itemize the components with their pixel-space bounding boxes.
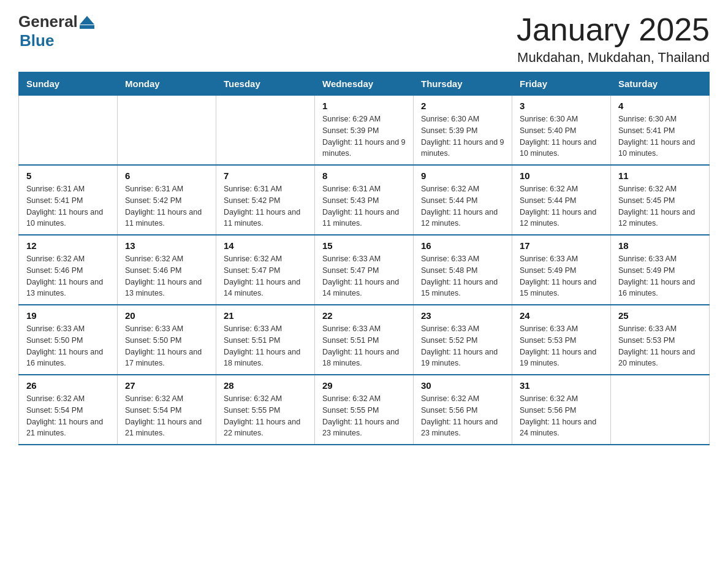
calendar-week-row: 19Sunrise: 6:33 AM Sunset: 5:50 PM Dayli… (19, 305, 710, 375)
logo-triangle-icon (80, 16, 94, 25)
logo: General Blue (18, 12, 94, 50)
day-number: 4 (618, 101, 702, 111)
day-info: Sunrise: 6:29 AM Sunset: 5:39 PM Dayligh… (322, 113, 406, 159)
day-info: Sunrise: 6:30 AM Sunset: 5:39 PM Dayligh… (421, 113, 504, 159)
calendar-day-header: Monday (118, 72, 216, 96)
day-info: Sunrise: 6:31 AM Sunset: 5:42 PM Dayligh… (224, 183, 307, 229)
calendar-day-cell: 11Sunrise: 6:32 AM Sunset: 5:45 PM Dayli… (611, 165, 710, 235)
day-number: 25 (618, 310, 702, 321)
calendar-day-cell: 7Sunrise: 6:31 AM Sunset: 5:42 PM Daylig… (216, 165, 315, 235)
day-info: Sunrise: 6:32 AM Sunset: 5:54 PM Dayligh… (26, 393, 110, 439)
calendar-week-row: 12Sunrise: 6:32 AM Sunset: 5:46 PM Dayli… (19, 235, 710, 305)
day-info: Sunrise: 6:32 AM Sunset: 5:55 PM Dayligh… (224, 393, 307, 439)
day-number: 30 (421, 380, 504, 391)
day-number: 26 (26, 380, 110, 391)
day-number: 21 (224, 310, 307, 321)
calendar-day-cell: 9Sunrise: 6:32 AM Sunset: 5:44 PM Daylig… (414, 165, 512, 235)
day-number: 18 (618, 240, 702, 251)
day-number: 10 (520, 170, 603, 181)
day-number: 7 (224, 170, 307, 181)
day-info: Sunrise: 6:32 AM Sunset: 5:47 PM Dayligh… (224, 253, 307, 299)
day-number: 5 (26, 170, 110, 181)
calendar-day-cell: 5Sunrise: 6:31 AM Sunset: 5:41 PM Daylig… (19, 165, 118, 235)
calendar-day-cell: 14Sunrise: 6:32 AM Sunset: 5:47 PM Dayli… (216, 235, 315, 305)
day-info: Sunrise: 6:32 AM Sunset: 5:56 PM Dayligh… (520, 393, 603, 439)
calendar-week-row: 5Sunrise: 6:31 AM Sunset: 5:41 PM Daylig… (19, 165, 710, 235)
calendar-day-cell: 28Sunrise: 6:32 AM Sunset: 5:55 PM Dayli… (216, 375, 315, 445)
title-section: January 2025 Mukdahan, Mukdahan, Thailan… (517, 12, 710, 66)
day-number: 11 (618, 170, 702, 181)
calendar-day-header: Sunday (19, 72, 118, 96)
day-number: 14 (224, 240, 307, 251)
day-info: Sunrise: 6:32 AM Sunset: 5:44 PM Dayligh… (520, 183, 603, 229)
calendar-day-cell: 31Sunrise: 6:32 AM Sunset: 5:56 PM Dayli… (512, 375, 611, 445)
day-number: 29 (322, 380, 406, 391)
calendar-day-cell: 25Sunrise: 6:33 AM Sunset: 5:53 PM Dayli… (611, 305, 710, 375)
day-number: 3 (520, 101, 603, 111)
day-info: Sunrise: 6:33 AM Sunset: 5:51 PM Dayligh… (224, 323, 307, 369)
day-number: 6 (125, 170, 208, 181)
page-title: January 2025 (517, 12, 710, 47)
calendar-day-cell: 6Sunrise: 6:31 AM Sunset: 5:42 PM Daylig… (118, 165, 216, 235)
calendar-day-cell (118, 96, 216, 166)
calendar-day-cell (611, 375, 710, 445)
calendar-day-cell: 27Sunrise: 6:32 AM Sunset: 5:54 PM Dayli… (118, 375, 216, 445)
calendar-day-header: Tuesday (216, 72, 315, 96)
day-info: Sunrise: 6:30 AM Sunset: 5:40 PM Dayligh… (520, 113, 603, 159)
calendar-day-cell: 30Sunrise: 6:32 AM Sunset: 5:56 PM Dayli… (414, 375, 512, 445)
calendar-day-cell: 8Sunrise: 6:31 AM Sunset: 5:43 PM Daylig… (315, 165, 414, 235)
calendar-day-cell: 18Sunrise: 6:33 AM Sunset: 5:49 PM Dayli… (611, 235, 710, 305)
calendar-day-cell: 16Sunrise: 6:33 AM Sunset: 5:48 PM Dayli… (414, 235, 512, 305)
calendar-day-cell: 4Sunrise: 6:30 AM Sunset: 5:41 PM Daylig… (611, 96, 710, 166)
day-info: Sunrise: 6:32 AM Sunset: 5:56 PM Dayligh… (421, 393, 504, 439)
calendar-day-cell: 10Sunrise: 6:32 AM Sunset: 5:44 PM Dayli… (512, 165, 611, 235)
day-number: 22 (322, 310, 406, 321)
calendar-day-cell: 13Sunrise: 6:32 AM Sunset: 5:46 PM Dayli… (118, 235, 216, 305)
logo-blue-text: Blue (20, 31, 54, 50)
day-info: Sunrise: 6:32 AM Sunset: 5:45 PM Dayligh… (618, 183, 702, 229)
page-header: General Blue January 2025 Mukdahan, Mukd… (18, 12, 710, 66)
calendar-day-header: Wednesday (315, 72, 414, 96)
calendar-header-row: SundayMondayTuesdayWednesdayThursdayFrid… (19, 72, 710, 96)
calendar-week-row: 26Sunrise: 6:32 AM Sunset: 5:54 PM Dayli… (19, 375, 710, 445)
day-number: 17 (520, 240, 603, 251)
calendar-day-cell: 17Sunrise: 6:33 AM Sunset: 5:49 PM Dayli… (512, 235, 611, 305)
calendar-day-cell: 20Sunrise: 6:33 AM Sunset: 5:50 PM Dayli… (118, 305, 216, 375)
day-info: Sunrise: 6:32 AM Sunset: 5:46 PM Dayligh… (26, 253, 110, 299)
calendar-day-cell: 29Sunrise: 6:32 AM Sunset: 5:55 PM Dayli… (315, 375, 414, 445)
day-number: 13 (125, 240, 208, 251)
calendar-day-cell: 1Sunrise: 6:29 AM Sunset: 5:39 PM Daylig… (315, 96, 414, 166)
calendar-day-cell: 22Sunrise: 6:33 AM Sunset: 5:51 PM Dayli… (315, 305, 414, 375)
day-number: 2 (421, 101, 504, 111)
day-info: Sunrise: 6:32 AM Sunset: 5:44 PM Dayligh… (421, 183, 504, 229)
day-number: 15 (322, 240, 406, 251)
day-number: 27 (125, 380, 208, 391)
day-info: Sunrise: 6:33 AM Sunset: 5:50 PM Dayligh… (125, 323, 208, 369)
day-number: 8 (322, 170, 406, 181)
day-info: Sunrise: 6:33 AM Sunset: 5:49 PM Dayligh… (520, 253, 603, 299)
day-number: 19 (26, 310, 110, 321)
calendar-week-row: 1Sunrise: 6:29 AM Sunset: 5:39 PM Daylig… (19, 96, 710, 166)
day-info: Sunrise: 6:33 AM Sunset: 5:48 PM Dayligh… (421, 253, 504, 299)
calendar-day-cell (216, 96, 315, 166)
day-info: Sunrise: 6:33 AM Sunset: 5:49 PM Dayligh… (618, 253, 702, 299)
calendar-day-cell: 12Sunrise: 6:32 AM Sunset: 5:46 PM Dayli… (19, 235, 118, 305)
day-number: 31 (520, 380, 603, 391)
calendar-day-cell: 26Sunrise: 6:32 AM Sunset: 5:54 PM Dayli… (19, 375, 118, 445)
day-info: Sunrise: 6:33 AM Sunset: 5:52 PM Dayligh… (421, 323, 504, 369)
calendar-day-header: Friday (512, 72, 611, 96)
day-info: Sunrise: 6:33 AM Sunset: 5:47 PM Dayligh… (322, 253, 406, 299)
day-info: Sunrise: 6:33 AM Sunset: 5:51 PM Dayligh… (322, 323, 406, 369)
calendar-day-cell: 2Sunrise: 6:30 AM Sunset: 5:39 PM Daylig… (414, 96, 512, 166)
calendar-day-cell: 24Sunrise: 6:33 AM Sunset: 5:53 PM Dayli… (512, 305, 611, 375)
calendar-day-header: Thursday (414, 72, 512, 96)
calendar-table: SundayMondayTuesdayWednesdayThursdayFrid… (18, 72, 710, 445)
day-info: Sunrise: 6:31 AM Sunset: 5:43 PM Dayligh… (322, 183, 406, 229)
day-number: 12 (26, 240, 110, 251)
day-number: 16 (421, 240, 504, 251)
day-info: Sunrise: 6:32 AM Sunset: 5:54 PM Dayligh… (125, 393, 208, 439)
calendar-day-cell: 21Sunrise: 6:33 AM Sunset: 5:51 PM Dayli… (216, 305, 315, 375)
day-info: Sunrise: 6:32 AM Sunset: 5:55 PM Dayligh… (322, 393, 406, 439)
calendar-day-header: Saturday (611, 72, 710, 96)
day-number: 23 (421, 310, 504, 321)
